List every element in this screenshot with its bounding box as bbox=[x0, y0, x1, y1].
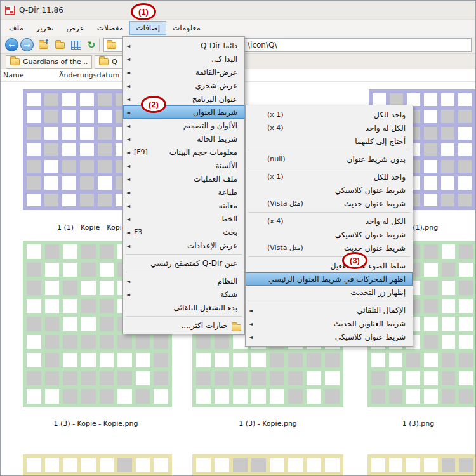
thumbnail-cell bbox=[98, 110, 112, 122]
menu-item[interactable]: إظهار زر التحديث bbox=[246, 286, 413, 299]
column-header[interactable]: Name bbox=[1, 69, 56, 81]
menu-item[interactable]: عرض الإعدادات◄ bbox=[123, 239, 244, 252]
view-grid-button[interactable] bbox=[69, 39, 83, 51]
menu-item[interactable]: اظهر المحركات في شريط العنوان الرئيسي bbox=[246, 272, 413, 286]
thumbnail-cell bbox=[406, 353, 420, 367]
menu-item[interactable]: معاينه◄ bbox=[123, 199, 244, 212]
favorites-folder-button[interactable] bbox=[53, 39, 67, 51]
file-name[interactable]: 1 (3).png bbox=[360, 420, 476, 428]
menu-separator bbox=[123, 270, 244, 274]
menu-separator bbox=[123, 314, 244, 319]
thumbnail-cell bbox=[424, 335, 438, 350]
thumbnail-cell bbox=[288, 353, 303, 367]
menu-item-label: خيارات اكثر.... bbox=[182, 321, 228, 330]
thumbnail-cell bbox=[45, 389, 60, 404]
file-thumbnail[interactable] bbox=[23, 454, 172, 476]
file-thumbnail[interactable] bbox=[367, 454, 476, 476]
thumbnail-cell bbox=[62, 143, 76, 156]
thumbnail-cell bbox=[441, 160, 454, 173]
menu-item[interactable]: دائما Q-Dir◄ bbox=[123, 39, 244, 52]
thumbnail-cell bbox=[62, 160, 76, 173]
file-thumbnail[interactable] bbox=[192, 454, 343, 476]
menu-item[interactable]: الكل له واحد(x 4) bbox=[246, 121, 413, 135]
back-button[interactable]: ← bbox=[5, 38, 18, 51]
submenu-arrow-icon: ◄ bbox=[126, 202, 130, 208]
thumbnail-cell bbox=[27, 194, 41, 206]
menu-item[interactable]: الكل له واحد(x 4) bbox=[246, 215, 413, 228]
file-name[interactable]: 1 (3) - Kopie.png bbox=[186, 420, 350, 428]
menu-item[interactable]: ملف العمليات◄ bbox=[123, 172, 244, 185]
menu-item[interactable]: أحتاج إلى كليهما bbox=[246, 135, 413, 148]
menu-item[interactable]: بدء التشغيل التلقائي bbox=[123, 301, 244, 314]
menu-item[interactable]: طباعة◄ bbox=[123, 185, 244, 199]
menu-item[interactable]: عين Q-Dir كمتصفح رئيسي bbox=[123, 256, 244, 270]
tab[interactable]: Guardians of the ... bbox=[6, 55, 92, 69]
menu-item[interactable]: واحد للكل(x 1) bbox=[246, 170, 413, 183]
thumbnail-cell bbox=[154, 389, 168, 404]
menu-item[interactable]: شريط الحاله◄ bbox=[123, 132, 244, 145]
menu-item[interactable]: شريط عنوان كلاسيكي bbox=[246, 228, 413, 241]
menu-item[interactable]: الألسنة◄ bbox=[123, 159, 244, 172]
menu-item[interactable]: الإكمال التلقائي◄ bbox=[246, 303, 413, 317]
menubar-item[interactable]: معلومات bbox=[166, 21, 207, 35]
menu-item-label: إظهار زر التحديث bbox=[350, 288, 406, 297]
menu-item[interactable]: خيارات اكثر.... bbox=[123, 319, 244, 332]
thumbnail-cell bbox=[27, 317, 41, 331]
menu-item-label: شريط العناوين الحديث bbox=[333, 319, 406, 328]
menu-item[interactable]: بدون شريط عنوان(null) bbox=[246, 152, 413, 166]
tab[interactable]: Q bbox=[95, 55, 122, 69]
menu-item-label: طباعة bbox=[218, 188, 237, 197]
thumbnail-cell bbox=[27, 335, 41, 350]
thumbnail-cell bbox=[307, 353, 321, 367]
menu-item[interactable]: شريط عنوان كلاسيكي bbox=[246, 183, 413, 197]
forward-button[interactable]: → bbox=[20, 38, 34, 51]
menubar-item[interactable]: مفضلات bbox=[91, 21, 129, 35]
thumbnail-cell bbox=[325, 353, 340, 367]
menu-item[interactable]: سلط الضوء عند التفعيل bbox=[246, 259, 413, 272]
menu-item-label: النظام bbox=[217, 277, 237, 286]
toolbar-separator bbox=[99, 39, 100, 51]
thumbnail-cell bbox=[81, 371, 96, 386]
thumbnail-cell bbox=[442, 263, 456, 277]
menubar-item[interactable]: عرض bbox=[60, 21, 91, 35]
menubar-item[interactable]: تحرير bbox=[30, 21, 60, 35]
title-bar[interactable]: Q-Dir 11.86 bbox=[1, 1, 475, 20]
thumbnail-cell bbox=[251, 353, 266, 367]
refresh-button[interactable]: ↻ bbox=[84, 39, 98, 51]
thumbnail-cell bbox=[100, 244, 114, 259]
menu-item[interactable]: النظام◄ bbox=[123, 274, 244, 288]
menu-item[interactable]: شريط عنوان كلاسيكي◄ bbox=[246, 330, 413, 343]
menu-item[interactable]: بحث◄F3 bbox=[123, 225, 244, 239]
thumbnail-cell bbox=[136, 353, 150, 367]
menu-item[interactable]: شريط عنوان حديث(مثل Vista) bbox=[246, 197, 413, 210]
thumbnail-cell bbox=[117, 335, 132, 350]
up-arrow-icon: ↑ bbox=[44, 38, 50, 46]
menu-item[interactable]: البدا كـ..◄ bbox=[123, 52, 244, 65]
file-name[interactable]: 1 (3) - Kopie - Kopie.png bbox=[7, 420, 185, 428]
menubar-item[interactable]: ملف bbox=[3, 21, 30, 35]
menu-item[interactable]: عرض-القائمة◄ bbox=[123, 65, 244, 79]
menu-item[interactable]: الألوان و التصميم◄ bbox=[123, 119, 244, 132]
menu-item[interactable]: شريط العناوين الحديث◄ bbox=[246, 317, 413, 330]
menu-item[interactable]: الخط◄ bbox=[123, 212, 244, 225]
extras-menu-popup: دائما Q-Dir◄البدا كـ..◄عرض-القائمة◄عرض-ش… bbox=[122, 36, 245, 334]
menu-item[interactable]: عرض-شجري◄ bbox=[123, 79, 244, 92]
thumbnail-cell bbox=[442, 299, 456, 314]
thumbnail-cell bbox=[442, 353, 456, 367]
address-text: \icon\Q\ bbox=[248, 41, 277, 50]
thumbnail-cell bbox=[233, 389, 248, 404]
menu-item[interactable]: معلومات حجم البينات◄[F9] bbox=[123, 145, 244, 159]
thumbnail-cell bbox=[288, 389, 303, 404]
thumbnail-cell bbox=[44, 176, 58, 189]
thumbnail-cell bbox=[100, 458, 114, 472]
thumbnail-cell bbox=[63, 263, 77, 277]
thumbnail-cell bbox=[458, 194, 472, 206]
folder-up-button[interactable]: ↑ bbox=[36, 39, 50, 51]
menubar-item[interactable]: إضافات bbox=[129, 21, 166, 35]
menu-item[interactable]: واحد للكل(x 1) bbox=[246, 108, 413, 121]
menu-item[interactable]: شبكة◄ bbox=[123, 288, 244, 301]
column-header[interactable]: Änderungsdatum bbox=[56, 69, 121, 81]
menu-item[interactable]: شريط عنوان حديث(مثل Vista) bbox=[246, 241, 413, 255]
thumbnail-cell bbox=[100, 281, 114, 295]
menu-separator bbox=[246, 148, 413, 152]
